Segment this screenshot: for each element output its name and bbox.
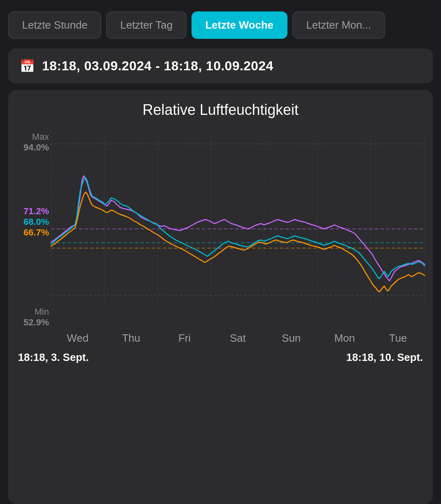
x-label-tue: Tue xyxy=(371,332,425,345)
tab-letzter-monat[interactable]: Letzter Mon... xyxy=(292,11,385,39)
y-orange-value: 66.7% xyxy=(24,227,49,238)
footer-right: 18:18, 10. Sept. xyxy=(346,351,423,364)
y-cyan-value: 68.0% xyxy=(24,217,49,227)
x-label-wed: Wed xyxy=(51,332,105,345)
x-label-sat: Sat xyxy=(211,332,265,345)
y-max-label: Max xyxy=(32,132,49,142)
orange-line xyxy=(51,192,425,292)
calendar-icon: 📅 xyxy=(20,59,35,73)
y-max-value: 94.0% xyxy=(24,142,49,153)
chart-plot-area: Max 94.0% 71.2% 68.0% 66.7% Min 52.9% xyxy=(51,132,425,328)
chart-svg xyxy=(51,132,425,328)
x-label-mon: Mon xyxy=(318,332,372,345)
purple-line xyxy=(51,176,425,281)
cyan-line xyxy=(51,177,425,279)
date-range-text: 18:18, 03.09.2024 - 18:18, 10.09.2024 xyxy=(42,58,274,74)
x-label-thu: Thu xyxy=(105,332,158,345)
chart-container: Max 94.0% 71.2% 68.0% 66.7% Min 52.9% xyxy=(16,132,425,365)
tab-letzte-woche[interactable]: Letzte Woche xyxy=(192,11,287,39)
chart-main: Max 94.0% 71.2% 68.0% 66.7% Min 52.9% xyxy=(16,132,425,328)
tab-letzte-stunde[interactable]: Letzte Stunde xyxy=(8,11,101,39)
tab-bar: Letzte Stunde Letzter Tag Letzte Woche L… xyxy=(8,8,433,42)
x-axis: Wed Thu Fri Sat Sun Mon Tue xyxy=(16,332,425,345)
x-label-fri: Fri xyxy=(158,332,211,345)
chart-footer: 18:18, 3. Sept. 18:18, 10. Sept. xyxy=(16,345,425,365)
x-label-sun: Sun xyxy=(265,332,318,345)
y-purple-value: 71.2% xyxy=(24,206,49,217)
tab-letzter-tag[interactable]: Letzter Tag xyxy=(106,11,186,39)
y-min-value: 52.9% xyxy=(24,317,49,328)
chart-title: Relative Luftfeuchtigkeit xyxy=(16,101,425,119)
chart-card: Relative Luftfeuchtigkeit xyxy=(8,90,433,504)
date-range-bar[interactable]: 📅 18:18, 03.09.2024 - 18:18, 10.09.2024 xyxy=(8,49,433,83)
y-min-label: Min xyxy=(35,307,49,317)
footer-left: 18:18, 3. Sept. xyxy=(18,351,89,364)
